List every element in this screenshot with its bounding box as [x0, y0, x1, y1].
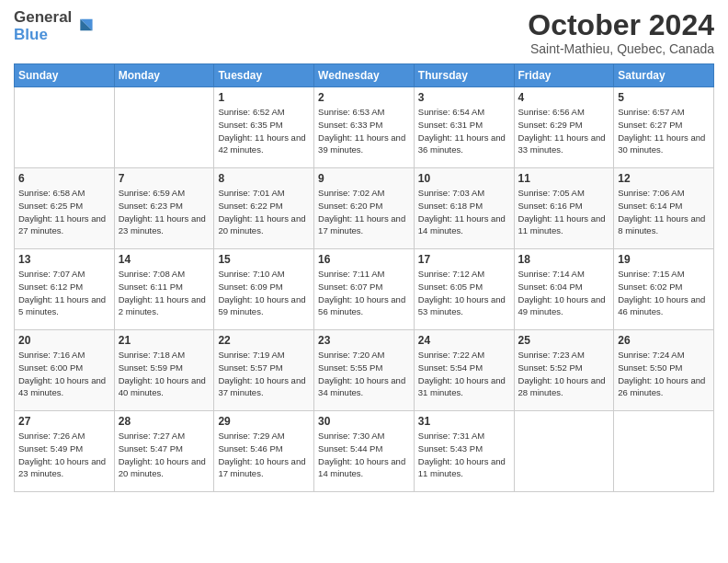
daylight-text: Daylight: 10 hours and 56 minutes. [318, 293, 410, 319]
calendar-cell: 17Sunrise: 7:12 AMSunset: 6:05 PMDayligh… [414, 249, 514, 330]
sunrise-text: Sunrise: 7:03 AM [418, 187, 510, 200]
weekday-header-sunday: Sunday [15, 64, 115, 87]
calendar-cell: 28Sunrise: 7:27 AMSunset: 5:47 PMDayligh… [114, 411, 214, 492]
daylight-text: Daylight: 11 hours and 23 minutes. [119, 213, 210, 238]
day-number: 24 [418, 334, 510, 347]
calendar-cell: 31Sunrise: 7:31 AMSunset: 5:43 PMDayligh… [414, 411, 514, 492]
day-number: 11 [518, 172, 610, 185]
day-info: Sunrise: 7:02 AMSunset: 6:20 PMDaylight:… [318, 187, 410, 237]
calendar-cell: 27Sunrise: 7:26 AMSunset: 5:49 PMDayligh… [15, 411, 115, 492]
sunrise-text: Sunrise: 7:24 AM [618, 349, 710, 362]
sunrise-text: Sunrise: 7:11 AM [318, 268, 410, 281]
daylight-text: Daylight: 11 hours and 17 minutes. [318, 213, 410, 238]
sunrise-text: Sunrise: 7:23 AM [518, 349, 610, 362]
calendar-cell: 2Sunrise: 6:53 AMSunset: 6:33 PMDaylight… [314, 87, 415, 168]
day-number: 31 [418, 415, 510, 428]
day-info: Sunrise: 7:20 AMSunset: 5:55 PMDaylight:… [318, 349, 410, 399]
sunset-text: Sunset: 5:55 PM [318, 362, 410, 374]
calendar-cell: 10Sunrise: 7:03 AMSunset: 6:18 PMDayligh… [414, 168, 514, 249]
daylight-text: Daylight: 10 hours and 23 minutes. [18, 455, 110, 481]
calendar-cell: 7Sunrise: 6:59 AMSunset: 6:23 PMDaylight… [114, 168, 214, 249]
day-number: 29 [218, 415, 310, 428]
weekday-header-wednesday: Wednesday [314, 64, 415, 87]
day-number: 17 [418, 253, 510, 266]
sunset-text: Sunset: 6:04 PM [518, 281, 610, 293]
calendar-cell: 15Sunrise: 7:10 AMSunset: 6:09 PMDayligh… [214, 249, 314, 330]
calendar-cell: 5Sunrise: 6:57 AMSunset: 6:27 PMDaylight… [614, 87, 714, 168]
calendar-week-1: 1Sunrise: 6:52 AMSunset: 6:35 PMDaylight… [15, 87, 714, 168]
calendar-page: General Blue October 2024 Saint-Mathieu,… [0, 0, 728, 563]
day-info: Sunrise: 6:56 AMSunset: 6:29 PMDaylight:… [518, 106, 610, 156]
calendar-cell: 9Sunrise: 7:02 AMSunset: 6:20 PMDaylight… [314, 168, 415, 249]
sunrise-text: Sunrise: 6:54 AM [418, 106, 510, 119]
sunset-text: Sunset: 6:14 PM [618, 200, 710, 213]
calendar-week-2: 6Sunrise: 6:58 AMSunset: 6:25 PMDaylight… [15, 168, 714, 249]
daylight-text: Daylight: 11 hours and 27 minutes. [18, 213, 110, 238]
day-number: 12 [618, 172, 710, 185]
sunset-text: Sunset: 6:22 PM [218, 200, 310, 213]
calendar-cell: 24Sunrise: 7:22 AMSunset: 5:54 PMDayligh… [414, 330, 514, 411]
location: Saint-Mathieu, Quebec, Canada [528, 41, 714, 56]
daylight-text: Daylight: 10 hours and 28 minutes. [518, 374, 610, 400]
sunset-text: Sunset: 5:59 PM [119, 362, 210, 374]
daylight-text: Daylight: 10 hours and 46 minutes. [618, 293, 710, 319]
sunrise-text: Sunrise: 7:22 AM [418, 349, 510, 362]
daylight-text: Daylight: 10 hours and 11 minutes. [418, 455, 510, 481]
title-block: October 2024 Saint-Mathieu, Quebec, Cana… [528, 9, 714, 56]
daylight-text: Daylight: 10 hours and 31 minutes. [418, 374, 510, 400]
day-number: 10 [418, 172, 510, 185]
day-number: 6 [18, 172, 110, 185]
day-number: 15 [218, 253, 310, 266]
sunrise-text: Sunrise: 7:05 AM [518, 187, 610, 200]
calendar-cell: 30Sunrise: 7:30 AMSunset: 5:44 PMDayligh… [314, 411, 415, 492]
day-number: 18 [518, 253, 610, 266]
sunrise-text: Sunrise: 7:31 AM [418, 430, 510, 442]
day-number: 27 [18, 415, 110, 428]
sunrise-text: Sunrise: 7:18 AM [119, 349, 210, 362]
day-info: Sunrise: 7:12 AMSunset: 6:05 PMDaylight:… [418, 268, 510, 318]
sunset-text: Sunset: 6:25 PM [18, 200, 110, 213]
sunset-text: Sunset: 6:07 PM [318, 281, 410, 293]
sunrise-text: Sunrise: 6:57 AM [618, 106, 710, 119]
calendar-cell: 16Sunrise: 7:11 AMSunset: 6:07 PMDayligh… [314, 249, 415, 330]
day-info: Sunrise: 6:58 AMSunset: 6:25 PMDaylight:… [18, 187, 110, 237]
sunset-text: Sunset: 5:46 PM [218, 442, 310, 455]
day-number: 20 [18, 334, 110, 347]
calendar-cell: 6Sunrise: 6:58 AMSunset: 6:25 PMDaylight… [15, 168, 115, 249]
weekday-header-saturday: Saturday [614, 64, 714, 87]
calendar-cell: 12Sunrise: 7:06 AMSunset: 6:14 PMDayligh… [614, 168, 714, 249]
sunrise-text: Sunrise: 6:52 AM [218, 106, 310, 119]
day-info: Sunrise: 6:57 AMSunset: 6:27 PMDaylight:… [618, 106, 710, 156]
daylight-text: Daylight: 11 hours and 14 minutes. [418, 213, 510, 238]
day-number: 9 [318, 172, 410, 185]
sunrise-text: Sunrise: 7:10 AM [218, 268, 310, 281]
sunset-text: Sunset: 6:18 PM [418, 200, 510, 213]
daylight-text: Daylight: 11 hours and 33 minutes. [518, 132, 610, 157]
daylight-text: Daylight: 11 hours and 36 minutes. [418, 132, 510, 157]
calendar-cell [614, 411, 714, 492]
day-info: Sunrise: 7:10 AMSunset: 6:09 PMDaylight:… [218, 268, 310, 318]
day-info: Sunrise: 7:24 AMSunset: 5:50 PMDaylight:… [618, 349, 710, 399]
daylight-text: Daylight: 10 hours and 14 minutes. [318, 455, 410, 481]
sunset-text: Sunset: 6:05 PM [418, 281, 510, 293]
sunrise-text: Sunrise: 7:20 AM [318, 349, 410, 362]
calendar-cell: 18Sunrise: 7:14 AMSunset: 6:04 PMDayligh… [514, 249, 614, 330]
daylight-text: Daylight: 11 hours and 39 minutes. [318, 132, 410, 157]
calendar-cell: 26Sunrise: 7:24 AMSunset: 5:50 PMDayligh… [614, 330, 714, 411]
sunrise-text: Sunrise: 7:29 AM [218, 430, 310, 442]
day-info: Sunrise: 7:15 AMSunset: 6:02 PMDaylight:… [618, 268, 710, 318]
page-header: General Blue October 2024 Saint-Mathieu,… [14, 9, 714, 56]
weekday-row: SundayMondayTuesdayWednesdayThursdayFrid… [15, 64, 714, 87]
sunset-text: Sunset: 5:52 PM [518, 362, 610, 374]
daylight-text: Daylight: 10 hours and 40 minutes. [119, 374, 210, 400]
sunset-text: Sunset: 6:27 PM [618, 119, 710, 132]
sunset-text: Sunset: 6:12 PM [18, 281, 110, 293]
day-info: Sunrise: 7:27 AMSunset: 5:47 PMDaylight:… [119, 430, 210, 480]
sunset-text: Sunset: 6:16 PM [518, 200, 610, 213]
sunrise-text: Sunrise: 7:01 AM [218, 187, 310, 200]
day-number: 28 [119, 415, 210, 428]
daylight-text: Daylight: 11 hours and 2 minutes. [119, 293, 210, 319]
logo: General Blue [14, 9, 94, 43]
calendar-cell: 20Sunrise: 7:16 AMSunset: 6:00 PMDayligh… [15, 330, 115, 411]
sunrise-text: Sunrise: 6:58 AM [18, 187, 110, 200]
